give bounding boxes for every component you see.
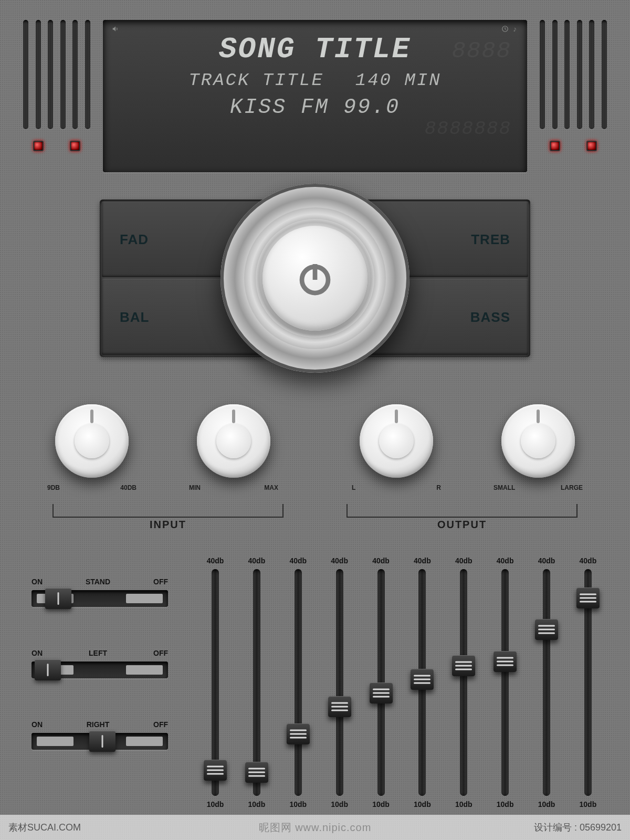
speaker-left	[20, 20, 93, 151]
svg-point-1	[302, 267, 328, 293]
clock-icon	[501, 25, 509, 35]
fader-6[interactable]: 40db 10db	[406, 556, 438, 808]
switch-right[interactable]: ON RIGHT OFF	[32, 720, 168, 750]
knob-level[interactable]: MIN MAX	[194, 404, 273, 491]
footer-watermark: 昵图网 www.nipic.com	[259, 821, 372, 835]
speaker-right	[537, 20, 610, 151]
led-indicator	[33, 141, 44, 151]
lcd-duration: 140 MIN	[355, 70, 442, 90]
fader-10[interactable]: 40db 10db	[572, 556, 604, 808]
lcd-station: KISS FM 99.0	[113, 96, 517, 119]
lcd-track-title: TRACK TITLE	[188, 70, 323, 90]
led-indicator	[550, 141, 560, 151]
input-group-label: INPUT	[52, 504, 284, 531]
fader-3[interactable]: 40db 10db	[282, 556, 314, 808]
fader-1[interactable]: 40db 10db	[200, 556, 231, 808]
output-group-label: OUTPUT	[346, 504, 578, 531]
knob-size[interactable]: SMALL LARGE	[499, 404, 578, 491]
fader-9[interactable]: 40db 10db	[531, 556, 562, 808]
led-indicator	[586, 141, 597, 151]
footer-bar: 素材SUCAI.COM 昵图网 www.nipic.com 设计编号 : 056…	[0, 815, 630, 840]
volume-icon	[111, 25, 120, 35]
fader-4[interactable]: 40db 10db	[324, 556, 355, 808]
fader-8[interactable]: 40db 10db	[489, 556, 521, 808]
fader-5[interactable]: 40db 10db	[365, 556, 397, 808]
music-note-icon: ♪	[513, 25, 519, 35]
power-icon	[294, 256, 336, 300]
footer-right: 设计编号 : 05699201	[534, 821, 622, 834]
lcd-display: ♪ 8888 8888888 SONG TITLE TRACK TITLE 14…	[103, 20, 527, 172]
fader-2[interactable]: 40db 10db	[241, 556, 272, 808]
power-dial[interactable]	[220, 184, 410, 373]
fader-7[interactable]: 40db 10db	[448, 556, 479, 808]
switch-stand[interactable]: ON STAND OFF	[32, 578, 168, 607]
knob-gain[interactable]: 9DB 40DB	[52, 404, 131, 491]
led-indicator	[70, 141, 80, 151]
switch-left[interactable]: ON LEFT OFF	[32, 649, 168, 678]
knob-pan[interactable]: L R	[357, 404, 436, 491]
footer-left: 素材SUCAI.COM	[8, 821, 81, 834]
